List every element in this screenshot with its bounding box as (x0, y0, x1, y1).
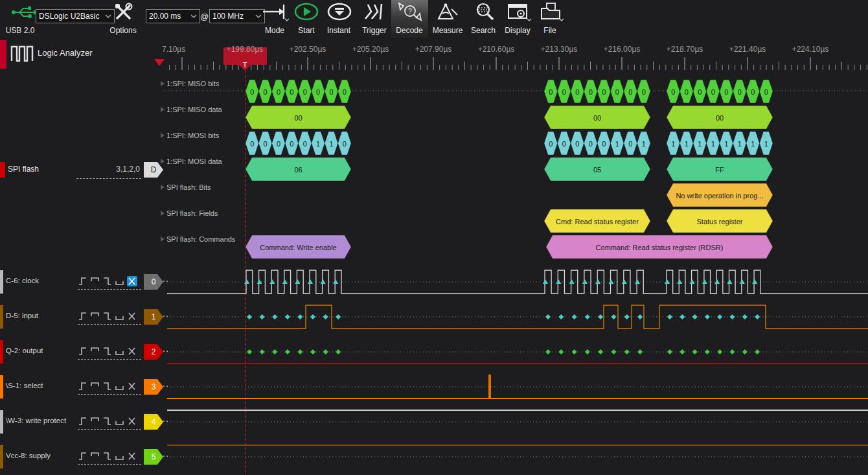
instant-icon[interactable] (326, 3, 352, 21)
channel-badge[interactable]: 5 (144, 449, 163, 465)
trigger-high-edge-icon[interactable] (90, 276, 100, 286)
options-icon[interactable] (113, 1, 133, 22)
channel-row-1[interactable]: D-5: input1 (0, 305, 167, 329)
device-select[interactable]: DSLogic U2Basic (36, 9, 115, 23)
clock-edge-arrow (556, 279, 561, 284)
measure-icon[interactable] (436, 3, 459, 21)
trigger-low-edge-icon[interactable] (115, 276, 125, 286)
channel-badge[interactable]: 1 (144, 309, 163, 325)
trigger-icon[interactable] (363, 3, 386, 21)
trigger-rise-edge-icon[interactable] (78, 346, 88, 356)
trigger-fall-edge-icon[interactable] (102, 346, 113, 356)
channel-badge[interactable]: 2 (144, 344, 163, 360)
bit-annotation-value: 0 (698, 88, 702, 96)
trigger-fall-edge-icon[interactable] (102, 311, 113, 321)
channel-row-3[interactable]: \S-1: select3 (0, 375, 167, 399)
output-sample-dot (755, 349, 760, 354)
output-sample-dot (692, 349, 698, 354)
clock-edge-arrow (752, 279, 757, 284)
trigger-rise-edge-icon[interactable] (78, 451, 88, 461)
trigger-low-edge-icon[interactable] (115, 451, 125, 461)
trigger-button[interactable]: Trigger (358, 26, 391, 35)
trigger-fall-edge-icon[interactable] (102, 416, 113, 426)
channel-row-0[interactable]: C-6: clock0 (0, 270, 167, 294)
output-sample-dot (247, 349, 252, 354)
row-expand-icon[interactable] (161, 107, 165, 112)
start-icon[interactable] (293, 3, 319, 21)
channel-row-2[interactable]: Q-2: output2 (0, 340, 167, 364)
decode-button[interactable]: Decode (393, 26, 426, 35)
trigger-rise-edge-icon[interactable] (78, 311, 88, 321)
start-button[interactable]: Start (290, 26, 323, 35)
row-expand-icon[interactable] (161, 81, 165, 86)
decode-icon[interactable]: ? (398, 2, 422, 21)
trigger-low-edge-icon[interactable] (115, 381, 125, 391)
channel-row-4[interactable]: \W-3: write protect4 (0, 410, 167, 434)
bit-annotation-value: 0 (549, 140, 553, 148)
trigger-high-edge-icon[interactable] (90, 346, 100, 356)
trigger-high-edge-icon[interactable] (90, 416, 100, 426)
ruler-tick-label: +221.40µs (729, 45, 766, 54)
file-button[interactable]: File (535, 26, 565, 35)
search-icon[interactable] (473, 3, 496, 21)
decoder-badge[interactable]: D (144, 162, 163, 178)
trigger-pattern-icons (78, 346, 137, 356)
output-sample-dot (323, 349, 328, 354)
trigger-any-edge-icon[interactable] (127, 381, 137, 391)
trigger-high-edge-icon[interactable] (90, 451, 100, 461)
channel-badge[interactable]: 3 (144, 379, 163, 395)
ruler-tick-label: +210.60µs (478, 45, 515, 54)
row-expand-icon[interactable] (161, 185, 165, 190)
decoder-row[interactable]: SPI flash 3,1,2,0 D (0, 161, 167, 179)
trigger-high-edge-icon[interactable] (90, 381, 100, 391)
trigger-any-edge-icon[interactable] (127, 416, 137, 426)
output-sample-dot (598, 349, 603, 354)
sample-rate-select[interactable]: 100 MHz (209, 9, 265, 23)
trigger-any-edge-icon[interactable] (127, 346, 137, 356)
trigger-low-edge-icon[interactable] (115, 346, 125, 356)
mode-button[interactable]: Mode (258, 26, 291, 35)
mode-icon[interactable] (262, 3, 289, 21)
bit-annotation-value: 0 (303, 88, 307, 96)
trigger-any-edge-icon[interactable] (127, 451, 137, 461)
output-sample-dot (585, 349, 590, 354)
measure-button[interactable]: Measure (428, 26, 468, 35)
output-sample-dot (730, 349, 735, 354)
channel-name: \S-1: select (6, 382, 43, 389)
trigger-any-edge-icon[interactable] (127, 276, 137, 286)
collapse-chevron-icon[interactable] (154, 59, 165, 66)
row-expand-icon[interactable] (161, 133, 165, 138)
trigger-high-edge-icon[interactable] (90, 311, 100, 321)
row-expand-icon[interactable] (161, 211, 165, 216)
trigger-fall-edge-icon[interactable] (102, 276, 113, 286)
channel-row-5[interactable]: Vcc-8: supply5 (0, 445, 167, 469)
display-button[interactable]: Display (500, 26, 535, 35)
trigger-rise-edge-icon[interactable] (78, 276, 88, 286)
clock-edge-arrow (609, 279, 614, 284)
trigger-low-edge-icon[interactable] (115, 311, 125, 321)
trigger-rise-edge-icon[interactable] (78, 381, 88, 391)
row-expand-icon[interactable] (161, 237, 165, 242)
trigger-low-edge-icon[interactable] (115, 416, 125, 426)
ruler-tick-label: +213.30µs (541, 45, 578, 54)
trigger-flag-letter: T (243, 61, 247, 69)
search-button[interactable]: Search (465, 26, 501, 35)
instant-button[interactable]: Instant (320, 26, 358, 35)
input-sample-dot (611, 314, 617, 319)
channel-badge[interactable]: 0 (144, 274, 163, 290)
duration-select[interactable]: 20.00 ms (146, 9, 200, 23)
trigger-pattern-icons (78, 311, 137, 321)
toolbar: USB 2.0 DSLogic U2Basic Options 20.00 ms… (0, 0, 868, 39)
display-icon[interactable] (507, 3, 532, 22)
trigger-fall-edge-icon[interactable] (102, 451, 113, 461)
bit-annotation-value: 0 (250, 140, 254, 148)
bit-annotation-value: 0 (642, 88, 646, 96)
trigger-any-edge-icon[interactable] (127, 311, 137, 321)
input-sample-dot (336, 314, 341, 319)
file-icon[interactable] (539, 2, 565, 21)
channel-badge[interactable]: 4 (144, 414, 163, 430)
trigger-rise-edge-icon[interactable] (78, 416, 88, 426)
bit-annotation-value: 0 (589, 88, 593, 96)
bit-annotation-value: 0 (290, 140, 293, 148)
trigger-fall-edge-icon[interactable] (102, 381, 113, 391)
